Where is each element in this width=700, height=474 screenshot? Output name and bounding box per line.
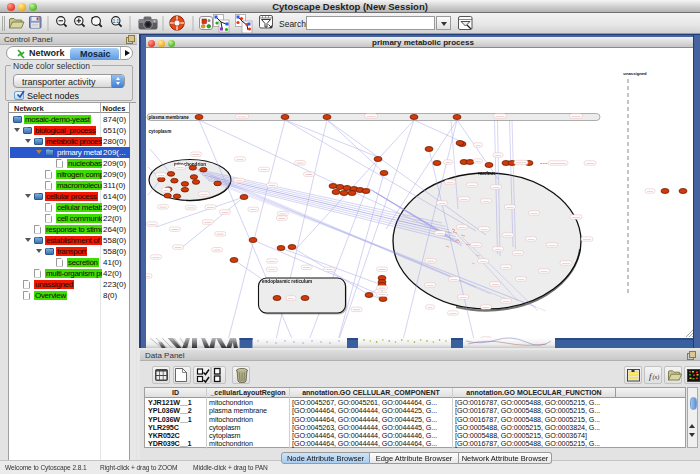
svg-text:cytoplasm: cytoplasm bbox=[149, 129, 172, 134]
svg-text:unassigned: unassigned bbox=[623, 71, 647, 76]
svg-text:endoplasmic reticulum: endoplasmic reticulum bbox=[262, 279, 312, 284]
svg-text:plasma membrane: plasma membrane bbox=[149, 115, 190, 120]
svg-text:(x): (x) bbox=[653, 374, 660, 381]
svg-text:nucleus: nucleus bbox=[478, 171, 496, 176]
svg-text:1:1: 1:1 bbox=[113, 19, 120, 24]
svg-text:Search:: Search: bbox=[279, 19, 308, 29]
